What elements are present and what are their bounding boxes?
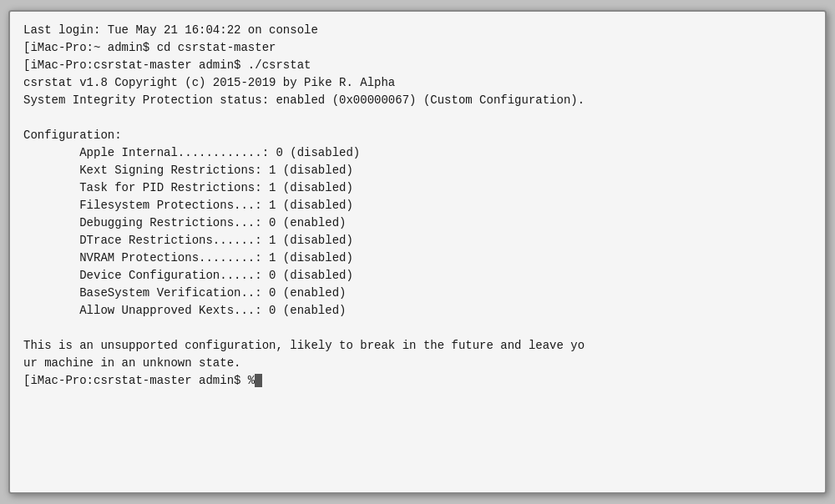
terminal-line: Configuration: [23,129,122,142]
terminal-line: NVRAM Protections........: 1 (disabled) [23,251,353,265]
terminal-line: Filesystem Protections...: 1 (disabled) [23,199,353,212]
terminal-line: DTrace Restrictions......: 1 (disabled) [23,234,353,247]
terminal-output[interactable]: Last login: Tue May 21 16:04:22 on conso… [10,12,825,492]
terminal-cursor [255,374,262,387]
terminal-line: [iMac-Pro:csrstat-master admin$ % [23,374,255,387]
terminal-line: Apple Internal............: 0 (disabled) [23,146,360,159]
terminal-window: Last login: Tue May 21 16:04:22 on conso… [8,10,827,494]
terminal-line: csrstat v1.8 Copyright (c) 2015-2019 by … [23,76,395,89]
terminal-line: Device Configuration.....: 0 (disabled) [23,269,353,282]
terminal-line: This is an unsupported configuration, li… [23,339,584,352]
terminal-line: Last login: Tue May 21 16:04:22 on conso… [23,23,318,37]
terminal-line: [iMac-Pro:csrstat-master admin$ ./csrsta… [23,58,311,72]
terminal-line: BaseSystem Verification..: 0 (enabled) [23,286,346,300]
terminal-line: Debugging Restrictions...: 0 (enabled) [23,216,346,229]
terminal-line: Allow Unapproved Kexts...: 0 (enabled) [23,304,346,317]
terminal-line: Task for PID Restrictions: 1 (disabled) [23,181,353,194]
terminal-line: [iMac-Pro:~ admin$ cd csrstat-master [23,41,276,54]
terminal-line: Kext Signing Restrictions: 1 (disabled) [23,164,353,177]
terminal-line: System Integrity Protection status: enab… [23,93,584,107]
terminal-line: ur machine in an unknown state. [23,356,240,370]
